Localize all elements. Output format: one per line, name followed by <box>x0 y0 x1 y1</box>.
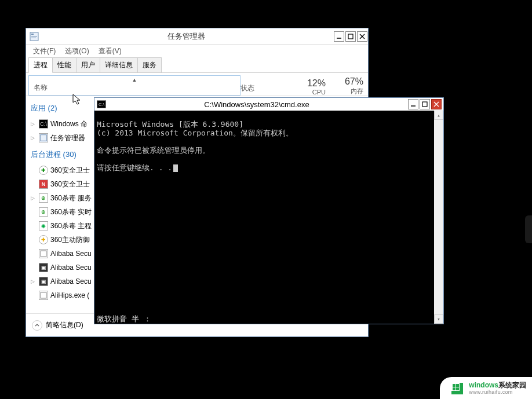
taskmgr-icon <box>30 32 39 41</box>
column-cpu[interactable]: 12% CPU <box>293 73 330 96</box>
column-name-label: 名称 <box>34 83 48 93</box>
column-status[interactable]: 状态 <box>241 73 293 96</box>
cmd-close-button[interactable] <box>431 99 442 109</box>
svg-rect-16 <box>456 384 459 387</box>
svg-rect-10 <box>41 292 46 298</box>
watermark-logo-icon <box>449 380 465 397</box>
scrollbar-down-icon[interactable]: ▾ <box>434 314 443 324</box>
svg-rect-5 <box>348 34 353 39</box>
alibaba-icon <box>39 249 48 258</box>
taskmgr-menubar: 文件(F) 选项(O) 查看(V) <box>26 45 368 57</box>
360-shield-icon: ◉ <box>39 221 48 230</box>
cmd-maximize-button[interactable] <box>420 99 430 109</box>
cmd-line: Microsoft Windows [版本 6.3.9600] <box>97 120 243 129</box>
cmd-minimize-button[interactable] <box>408 99 418 109</box>
minimize-button[interactable] <box>334 31 344 42</box>
svg-rect-9 <box>41 251 46 257</box>
ime-status: 微软拼音 半 ： <box>94 315 154 324</box>
cmd-window: C:\ C:\Windows\system32\cmd.exe Microsof… <box>94 97 444 324</box>
memory-percent: 67% <box>330 76 363 87</box>
tab-users[interactable]: 用户 <box>76 57 100 72</box>
watermark: windows系统家园 www.ruihaifu.com <box>440 377 532 399</box>
column-headers: ▲ 名称 状态 12% CPU 67% 内存 <box>26 73 368 96</box>
taskmgr-process-icon <box>39 133 48 142</box>
tab-details[interactable]: 详细信息 <box>100 57 138 72</box>
column-name[interactable]: ▲ 名称 <box>28 75 241 96</box>
scrollbar-track[interactable] <box>434 120 443 314</box>
menu-options[interactable]: 选项(O) <box>63 45 91 57</box>
svg-rect-1 <box>31 34 34 35</box>
cursor-icon <box>173 164 178 172</box>
svg-rect-12 <box>422 102 427 107</box>
alihips-icon <box>39 291 48 300</box>
cpu-label: CPU <box>293 89 326 96</box>
tab-performance[interactable]: 性能 <box>52 57 76 72</box>
taskmgr-titlebar[interactable]: 任务管理器 <box>26 28 368 45</box>
fewer-details-label[interactable]: 简略信息(D) <box>46 320 83 330</box>
sort-arrow-icon: ▲ <box>132 77 137 83</box>
memory-label: 内存 <box>330 87 363 96</box>
tab-services[interactable]: 服务 <box>137 57 162 72</box>
taskmgr-title: 任务管理器 <box>39 31 333 42</box>
cmd-line: (c) 2013 Microsoft Corporation。保留所有权利。 <box>97 129 293 137</box>
cmd-scrollbar[interactable]: ▴ ▾ <box>434 111 443 324</box>
alibaba-icon: ▣ <box>39 263 48 272</box>
cmd-icon: C:\ <box>97 100 106 108</box>
taskmgr-tabs: 进程 性能 用户 详细信息 服务 <box>26 57 368 73</box>
watermark-url: www.ruihaifu.com <box>469 390 526 396</box>
tab-processes[interactable]: 进程 <box>28 57 53 73</box>
cmd-line: 命令提示符已被系统管理员停用。 <box>97 146 210 155</box>
360-safe-icon: ✚ <box>39 166 48 175</box>
cpu-percent: 12% <box>293 78 326 89</box>
close-button[interactable] <box>357 31 367 42</box>
svg-rect-17 <box>453 387 456 390</box>
maximize-button[interactable] <box>345 31 356 42</box>
taskmgr-window-controls <box>333 31 368 42</box>
svg-rect-8 <box>41 135 47 141</box>
menu-view[interactable]: 查看(V) <box>96 45 124 57</box>
cmd-line: 请按任意键继续. . . <box>97 163 172 172</box>
expand-icon[interactable]: ▷ <box>31 135 37 141</box>
scrollbar-up-icon[interactable]: ▴ <box>434 111 443 120</box>
360-av-icon: ⊕ <box>39 193 48 203</box>
expand-icon[interactable]: ▷ <box>31 121 37 127</box>
cmd-icon: C:\ <box>39 119 48 129</box>
fewer-details-button[interactable] <box>32 320 42 331</box>
alibaba-icon: ▣ <box>39 277 48 286</box>
svg-rect-18 <box>456 387 459 390</box>
svg-rect-3 <box>31 38 36 38</box>
cmd-window-controls <box>407 99 443 109</box>
watermark-title: windows系统家园 <box>469 382 526 389</box>
360-active-icon: ✚ <box>39 235 48 244</box>
cmd-titlebar[interactable]: C:\ C:\Windows\system32\cmd.exe <box>94 98 443 111</box>
360-av-icon: ⊕ <box>39 207 48 217</box>
360-n-icon: N <box>39 180 48 189</box>
cmd-title: C:\Windows\system32\cmd.exe <box>106 100 407 109</box>
column-memory[interactable]: 67% 内存 <box>330 73 368 96</box>
expand-icon[interactable]: ▷ <box>31 279 37 284</box>
svg-rect-2 <box>31 36 37 36</box>
svg-rect-15 <box>453 384 456 387</box>
expand-icon[interactable]: ▷ <box>31 195 37 201</box>
side-tab[interactable] <box>525 215 532 243</box>
cmd-body[interactable]: Microsoft Windows [版本 6.3.9600] (c) 2013… <box>94 111 443 324</box>
menu-file[interactable]: 文件(F) <box>31 45 58 57</box>
